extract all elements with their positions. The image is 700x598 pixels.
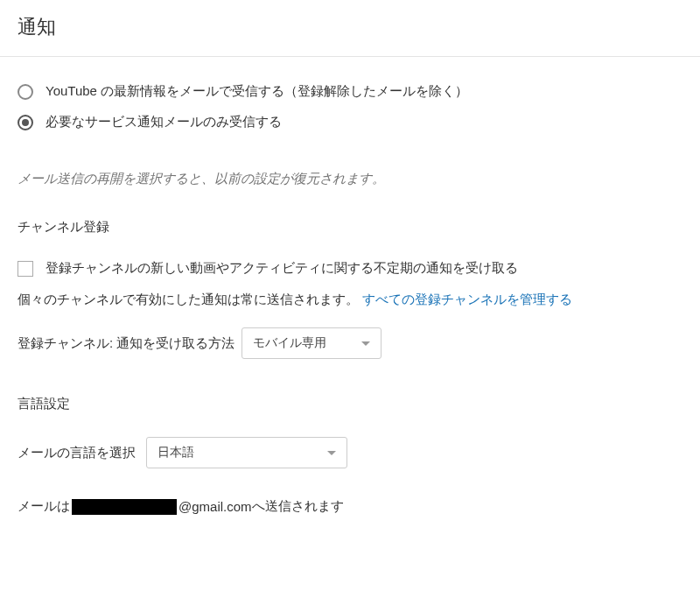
email-domain: @gmail.com — [178, 499, 252, 514]
email-prefix: メールは — [18, 498, 70, 515]
manage-subscriptions-link[interactable]: すべての登録チャンネルを管理する — [362, 292, 572, 306]
subscriptions-header: チャンネル登録 — [18, 219, 682, 236]
radio-option-required-only[interactable]: 必要なサービス通知メールのみ受信する — [18, 114, 682, 130]
radio-label: YouTube の最新情報をメールで受信する（登録解除したメールを除く） — [46, 83, 468, 100]
chevron-down-icon — [361, 341, 370, 346]
radio-option-all-updates[interactable]: YouTube の最新情報をメールで受信する（登録解除したメールを除く） — [18, 83, 682, 100]
checkbox-label: 登録チャンネルの新しい動画やアクティビティに関する不定期の通知を受け取る — [46, 260, 518, 277]
notification-method-row: 登録チャンネル: 通知を受け取る方法 モバイル専用 — [18, 327, 682, 359]
language-row: メールの言語を選択 日本語 — [18, 437, 682, 468]
page-title: 通知 — [0, 0, 700, 56]
select-value: 日本語 — [158, 445, 194, 461]
radio-label: 必要なサービス通知メールのみ受信する — [46, 114, 282, 130]
notification-method-select[interactable]: モバイル専用 — [242, 327, 382, 359]
radio-inner-dot — [22, 119, 29, 126]
email-destination-row: メールは @gmail.com へ送信されます — [18, 498, 682, 515]
email-suffix: へ送信されます — [252, 498, 344, 515]
redacted-email-user — [72, 499, 177, 515]
subscriptions-description-row: 個々のチャンネルで有効にした通知は常に送信されます。 すべての登録チャンネルを管… — [18, 289, 682, 310]
notification-method-label: 登録チャンネル: 通知を受け取る方法 — [18, 335, 234, 352]
language-label: メールの言語を選択 — [18, 445, 136, 461]
subscriptions-description: 個々のチャンネルで有効にした通知は常に送信されます。 — [18, 292, 359, 306]
language-select[interactable]: 日本語 — [146, 437, 347, 468]
select-value: モバイル専用 — [253, 335, 326, 351]
checkbox-icon — [18, 261, 33, 277]
radio-icon-selected — [18, 115, 33, 130]
radio-icon — [18, 84, 33, 100]
checkbox-activity-notifications[interactable]: 登録チャンネルの新しい動画やアクティビティに関する不定期の通知を受け取る — [18, 260, 682, 277]
email-note: メール送信の再開を選択すると、以前の設定が復元されます。 — [18, 171, 682, 187]
chevron-down-icon — [327, 451, 336, 455]
language-header: 言語設定 — [18, 396, 682, 412]
